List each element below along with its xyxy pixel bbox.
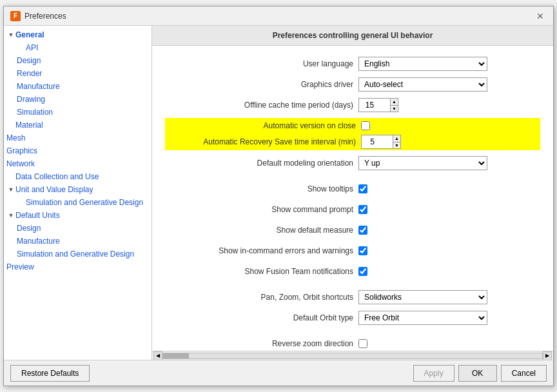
main-panel: Preferences controlling general UI behav… <box>152 26 553 360</box>
scroll-left-arrow[interactable]: ◀ <box>153 351 162 360</box>
sidebar-label-sim-gen-1: Simulation and Generative Design <box>26 198 143 207</box>
show-incommand-checkbox[interactable] <box>358 246 367 255</box>
offline-cache-down[interactable]: ▼ <box>391 106 398 112</box>
cancel-button[interactable]: Cancel <box>501 365 547 382</box>
spacer-api <box>17 43 26 52</box>
default-orient-label: Default modeling orientation <box>165 159 358 168</box>
window-title: Preferences <box>24 12 66 21</box>
offline-cache-spinner-buttons: ▲ ▼ <box>391 98 398 112</box>
sidebar-label-design2: Design <box>17 224 41 233</box>
sidebar-label-mesh: Mesh <box>6 133 25 142</box>
default-orbit-label: Default Orbit type <box>165 313 358 322</box>
show-command-prompt-label: Show command prompt <box>165 205 358 214</box>
offline-cache-row: Offline cache time period (days) ▲ ▼ <box>165 97 540 113</box>
spacer-material <box>6 121 15 130</box>
sidebar-label-manufacture2: Manufacture <box>17 237 60 246</box>
scrollbar-thumb[interactable] <box>163 353 189 358</box>
sidebar-label-sim-gen-2: Simulation and Generative Design <box>17 250 134 259</box>
restore-defaults-button[interactable]: Restore Defaults <box>10 365 90 382</box>
show-command-prompt-checkbox[interactable] <box>358 205 367 214</box>
default-orbit-row: Default Orbit type Free Orbit Constraine… <box>165 310 540 326</box>
reverse-zoom-row: Reverse zoom direction <box>165 336 540 351</box>
scroll-right-arrow[interactable]: ▶ <box>543 351 552 360</box>
sidebar: ▼ General API Design Render <box>4 26 152 360</box>
sidebar-item-preview[interactable]: Preview <box>4 260 151 273</box>
auto-version-control <box>361 121 370 130</box>
graphics-driver-label: Graphics driver <box>165 80 358 89</box>
reverse-zoom-label: Reverse zoom direction <box>165 339 358 348</box>
sidebar-item-network[interactable]: Network <box>4 157 151 170</box>
auto-recovery-input[interactable] <box>361 135 393 149</box>
expand-icon-unit: ▼ <box>6 185 15 194</box>
sidebar-item-design[interactable]: Design <box>4 54 151 67</box>
sidebar-item-sim-gen-2[interactable]: Simulation and Generative Design <box>4 248 151 260</box>
app-icon: F <box>10 11 21 21</box>
sidebar-item-data-collection[interactable]: Data Collection and Use <box>4 170 151 183</box>
sidebar-label-api: API <box>26 43 38 52</box>
ok-button[interactable]: OK <box>458 365 497 382</box>
auto-recovery-row: Automatic Recovery Save time interval (m… <box>165 133 540 150</box>
auto-version-label: Automatic version on close <box>168 121 361 130</box>
graphics-driver-control: Auto-select <box>358 77 487 92</box>
default-orbit-select[interactable]: Free Orbit Constrained Orbit <box>358 311 487 325</box>
sidebar-item-manufacture2[interactable]: Manufacture <box>4 235 151 248</box>
sidebar-label-network: Network <box>6 159 35 168</box>
offline-cache-input[interactable] <box>358 98 391 112</box>
sidebar-item-design2[interactable]: Design <box>4 222 151 235</box>
panel-title: Preferences controlling general UI behav… <box>152 26 553 46</box>
show-default-measure-checkbox[interactable] <box>358 226 367 235</box>
sidebar-item-simulation[interactable]: Simulation <box>4 106 151 119</box>
user-language-select[interactable]: English <box>358 57 487 71</box>
footer-buttons: Apply OK Cancel <box>413 365 547 382</box>
sidebar-label-material: Material <box>15 121 43 130</box>
user-language-control: English <box>358 57 487 71</box>
sidebar-item-manufacture[interactable]: Manufacture <box>4 80 151 93</box>
offline-cache-up[interactable]: ▲ <box>391 99 398 106</box>
sidebar-item-material[interactable]: Material <box>4 119 151 132</box>
offline-cache-control: ▲ ▼ <box>358 98 398 112</box>
show-incommand-label: Show in-command errors and warnings <box>165 246 358 255</box>
sidebar-label-default-units: Default Units <box>15 211 60 220</box>
pan-zoom-control: Solidworks Fusion Inventor AutoCAD <box>358 290 487 304</box>
sidebar-item-default-units[interactable]: ▼ Default Units <box>4 209 151 222</box>
sidebar-item-graphics[interactable]: Graphics <box>4 144 151 157</box>
title-bar-left: F Preferences <box>10 11 66 21</box>
preferences-window: F Preferences ✕ ▼ General API <box>3 6 554 386</box>
expand-icon-general: ▼ <box>6 30 15 39</box>
show-command-prompt-row: Show command prompt <box>165 202 540 217</box>
graphics-driver-row: Graphics driver Auto-select <box>165 77 540 92</box>
sidebar-label-unit-value: Unit and Value Display <box>15 185 93 194</box>
default-orient-control: Y up Z up <box>358 156 487 170</box>
auto-version-row: Automatic version on close <box>165 118 540 133</box>
offline-cache-spinner: ▲ ▼ <box>358 98 398 112</box>
sidebar-item-drawing[interactable]: Drawing <box>4 93 151 106</box>
sidebar-item-general[interactable]: ▼ General <box>4 28 151 41</box>
sidebar-label-data-collection: Data Collection and Use <box>15 172 99 181</box>
sidebar-label-design: Design <box>17 56 41 65</box>
sidebar-item-api[interactable]: API <box>4 41 151 54</box>
show-tooltips-checkbox[interactable] <box>358 184 367 193</box>
sidebar-item-unit-value[interactable]: ▼ Unit and Value Display <box>4 183 151 196</box>
sidebar-item-sim-gen-1[interactable]: Simulation and Generative Design <box>4 196 151 209</box>
default-orbit-control: Free Orbit Constrained Orbit <box>358 311 487 325</box>
reverse-zoom-checkbox[interactable] <box>358 339 367 348</box>
auto-recovery-spinner-buttons: ▲ ▼ <box>393 135 401 149</box>
close-button[interactable]: ✕ <box>534 10 547 23</box>
scrollbar-track[interactable] <box>162 353 543 359</box>
horizontal-scrollbar[interactable]: ◀ ▶ <box>152 351 553 360</box>
auto-recovery-down[interactable]: ▼ <box>393 142 400 149</box>
auto-version-checkbox[interactable] <box>361 121 370 130</box>
graphics-driver-select[interactable]: Auto-select <box>358 77 487 92</box>
show-fusion-label: Show Fusion Team notifications <box>165 267 358 276</box>
default-orient-select[interactable]: Y up Z up <box>358 156 487 170</box>
auto-recovery-up[interactable]: ▲ <box>393 135 400 142</box>
show-tooltips-label: Show tooltips <box>165 184 358 193</box>
apply-button[interactable]: Apply <box>413 365 454 382</box>
sidebar-label-preview: Preview <box>6 262 34 271</box>
sidebar-item-mesh[interactable]: Mesh <box>4 132 151 144</box>
show-fusion-checkbox[interactable] <box>358 267 367 276</box>
sidebar-label-graphics: Graphics <box>6 146 37 155</box>
auto-recovery-control: ▲ ▼ <box>361 135 401 149</box>
sidebar-item-render[interactable]: Render <box>4 67 151 80</box>
pan-zoom-select[interactable]: Solidworks Fusion Inventor AutoCAD <box>358 290 487 304</box>
